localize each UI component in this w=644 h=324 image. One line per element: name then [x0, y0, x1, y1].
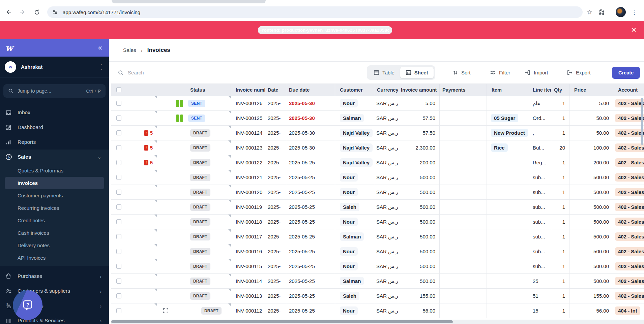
- payments-cell[interactable]: [440, 200, 487, 215]
- account-pill[interactable]: 402 - Sales: [615, 99, 644, 107]
- row-checkbox-cell[interactable]: [111, 200, 127, 215]
- header-line-item[interactable]: Line item: [530, 84, 551, 96]
- qty-cell[interactable]: 1: [551, 126, 569, 140]
- payments-cell[interactable]: [440, 289, 487, 303]
- row-checkbox[interactable]: [116, 130, 121, 135]
- line-item-cell[interactable]: هام: [530, 96, 551, 111]
- price-cell[interactable]: 5.00: [569, 96, 613, 111]
- customer-pill[interactable]: Najd Valley: [340, 143, 373, 152]
- date-cell[interactable]: 2025-: [265, 96, 286, 111]
- sidebar-item-recurring-invoices[interactable]: Recurring invoices: [0, 202, 109, 214]
- table-row[interactable]: ! DRAFT INV-000114 2025- 2025-05-25 Salm…: [111, 274, 644, 289]
- row-indicator-cell[interactable]: !: [127, 111, 157, 126]
- currency-cell[interactable]: SAR ر.س: [374, 111, 398, 126]
- header-customer[interactable]: Customer: [335, 84, 374, 96]
- price-cell[interactable]: 56.00: [569, 303, 613, 318]
- row-checkbox-cell[interactable]: [111, 126, 127, 140]
- sidebar-item-sales[interactable]: $ Sales ⌄: [0, 150, 109, 164]
- currency-cell[interactable]: SAR ر.س: [374, 274, 398, 289]
- sidebar-item-purchases[interactable]: Purchases ›: [0, 269, 109, 284]
- browser-menu-icon[interactable]: ⋮: [631, 8, 637, 16]
- date-cell[interactable]: 2025-: [265, 111, 286, 126]
- currency-cell[interactable]: SAR ر.س: [374, 215, 398, 229]
- export-button[interactable]: Export: [567, 70, 590, 75]
- date-cell[interactable]: 2025-: [265, 215, 286, 229]
- row-indicator-cell[interactable]: !: [127, 200, 157, 215]
- status-cell[interactable]: DRAFT: [157, 155, 231, 170]
- header-due-date[interactable]: Due date: [286, 84, 335, 96]
- payments-cell[interactable]: [440, 229, 487, 244]
- forward-icon[interactable]: [17, 6, 28, 18]
- header-status[interactable]: Status: [157, 84, 231, 96]
- table-row[interactable]: ! SENT INV-000126 2025- 2025-05-30 Nour …: [111, 96, 644, 111]
- view-sheet-option[interactable]: Sheet: [400, 67, 434, 78]
- row-checkbox-cell[interactable]: [111, 96, 127, 111]
- account-pill[interactable]: 402 - Sales: [615, 262, 644, 270]
- browser-profile-avatar[interactable]: [616, 7, 626, 17]
- invoice-number-cell[interactable]: INV-000125: [231, 111, 265, 126]
- qty-cell[interactable]: 1: [551, 303, 569, 318]
- date-cell[interactable]: 2025-: [265, 155, 286, 170]
- table-row[interactable]: !5 DRAFT INV-000123 2025- 2025-05-30 Naj…: [111, 140, 644, 155]
- row-checkbox[interactable]: [116, 279, 121, 284]
- price-cell[interactable]: 500.00: [569, 200, 613, 215]
- invoice-amount-cell[interactable]: 500.00: [398, 274, 440, 289]
- line-item-cell[interactable]: Ord...: [530, 111, 551, 126]
- qty-cell[interactable]: 1: [551, 170, 569, 185]
- line-item-cell[interactable]: 51: [530, 289, 551, 303]
- sidebar-item-customer-payments[interactable]: Customer payments: [0, 189, 109, 202]
- date-cell[interactable]: 2025-: [265, 200, 286, 215]
- due-date-cell[interactable]: 2025-05-25: [289, 308, 315, 314]
- price-cell[interactable]: 500.00: [569, 229, 613, 244]
- invoice-amount-cell[interactable]: 500.00: [398, 170, 440, 185]
- line-item-cell[interactable]: 25: [530, 274, 551, 289]
- row-indicator-cell[interactable]: !: [127, 244, 157, 259]
- customer-pill[interactable]: Nour: [340, 188, 358, 196]
- customer-pill[interactable]: Salman: [340, 114, 364, 122]
- price-cell[interactable]: 500.00: [569, 244, 613, 259]
- table-row[interactable]: ! DRAFT INV-000121 2025- 2025-05-25 Nour…: [111, 170, 644, 185]
- status-cell[interactable]: DRAFT: [157, 274, 231, 289]
- table-row[interactable]: ! DRAFT INV-000118 2025- 2025-05-25 Nour…: [111, 215, 644, 229]
- row-indicator-cell[interactable]: !: [127, 303, 157, 318]
- invoice-number-cell[interactable]: INV-000123: [231, 140, 265, 155]
- sidebar-item-credit-notes[interactable]: Credit notes: [0, 214, 109, 227]
- header-invoice-amount[interactable]: Invoice amount: [398, 84, 440, 96]
- due-date-cell[interactable]: 2025-05-30: [289, 130, 315, 136]
- line-item-cell[interactable]: Bul...: [530, 140, 551, 155]
- currency-cell[interactable]: SAR ر.س: [374, 303, 398, 318]
- date-cell[interactable]: 2025-: [265, 259, 286, 274]
- payments-cell[interactable]: [440, 140, 487, 155]
- date-cell[interactable]: 2025-: [265, 126, 286, 140]
- invoice-amount-cell[interactable]: 56.00: [398, 303, 440, 318]
- payments-cell[interactable]: [440, 126, 487, 140]
- price-cell[interactable]: 500.00: [569, 259, 613, 274]
- payments-cell[interactable]: [440, 244, 487, 259]
- header-payments[interactable]: Payments: [440, 84, 487, 96]
- customer-pill[interactable]: Nour: [340, 262, 358, 270]
- header-date[interactable]: Date: [265, 84, 286, 96]
- row-checkbox-cell[interactable]: [111, 289, 127, 303]
- row-checkbox[interactable]: [116, 116, 121, 121]
- header-item[interactable]: Item: [487, 84, 530, 96]
- payments-cell[interactable]: [440, 215, 487, 229]
- sidebar-item-cash-invoices[interactable]: Cash invoices: [0, 227, 109, 239]
- row-checkbox-cell[interactable]: [111, 259, 127, 274]
- currency-cell[interactable]: SAR ر.س: [374, 200, 398, 215]
- due-date-cell[interactable]: 2025-05-30: [289, 115, 315, 121]
- line-item-cell[interactable]: ,: [530, 126, 551, 140]
- date-cell[interactable]: 2025-: [265, 244, 286, 259]
- due-date-cell[interactable]: 2025-05-30: [289, 145, 315, 151]
- table-row[interactable]: ! DRAFT INV-000113 2025- 2025-05-25 Sale…: [111, 289, 644, 303]
- row-checkbox[interactable]: [116, 308, 121, 313]
- view-table-option[interactable]: Table: [368, 67, 400, 78]
- row-checkbox-cell[interactable]: [111, 274, 127, 289]
- header-currency[interactable]: Currency: [374, 84, 398, 96]
- invoice-amount-cell[interactable]: 500.00: [398, 185, 440, 200]
- row-checkbox-cell[interactable]: [111, 303, 127, 318]
- table-row[interactable]: ! DRAFT INV-000119 2025- 2025-05-25 Sale…: [111, 200, 644, 215]
- customer-pill[interactable]: Salman: [340, 232, 364, 241]
- item-pill[interactable]: New Product: [491, 129, 528, 137]
- currency-cell[interactable]: SAR ر.س: [374, 170, 398, 185]
- invoice-amount-cell[interactable]: 500.00: [398, 200, 440, 215]
